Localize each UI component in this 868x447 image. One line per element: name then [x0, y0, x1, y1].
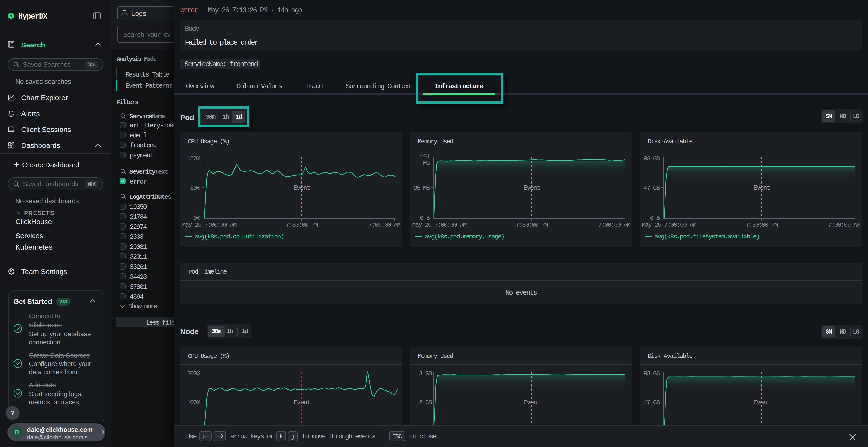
svg-text:2 GB: 2 GB — [419, 399, 432, 406]
svg-text:0 B: 0 B — [650, 215, 660, 222]
svg-text:7:00:00 AM: 7:00:00 AM — [598, 221, 630, 229]
svg-text:93 GB: 93 GB — [644, 370, 660, 377]
svg-text:200%: 200% — [187, 370, 200, 377]
svg-text:60%: 60% — [190, 184, 200, 192]
svg-text:3 GB: 3 GB — [419, 370, 432, 377]
svg-text:May 26 7:00:00 AM: May 26 7:00:00 AM — [182, 221, 236, 229]
svg-text:93 GB: 93 GB — [644, 155, 660, 162]
svg-text:0%: 0% — [193, 215, 200, 222]
svg-text:0 B: 0 B — [420, 215, 430, 222]
svg-text:Event: Event — [753, 399, 770, 406]
svg-text:95 MB: 95 MB — [413, 184, 430, 192]
svg-text:7:00:00 AM: 7:00:00 AM — [828, 221, 860, 229]
svg-text:191: 191 — [420, 153, 430, 161]
svg-text:Event: Event — [523, 184, 540, 192]
svg-text:7:30:00 PM: 7:30:00 PM — [516, 221, 548, 229]
svg-text:Event: Event — [523, 399, 540, 406]
svg-text:7:00:00 AM: 7:00:00 AM — [368, 221, 401, 229]
svg-text:MB: MB — [423, 160, 430, 167]
svg-text:avg(k8s.pod.filesystem.availab: avg(k8s.pod.filesystem.available) — [654, 233, 760, 240]
svg-text:7:30:00 PM: 7:30:00 PM — [746, 221, 778, 229]
svg-text:47 GB: 47 GB — [644, 184, 660, 192]
svg-text:Event: Event — [294, 399, 310, 406]
svg-text:100%: 100% — [187, 399, 200, 406]
svg-text:47 GB: 47 GB — [644, 399, 660, 406]
svg-text:May 26 7:00:00 AM: May 26 7:00:00 AM — [412, 221, 466, 229]
svg-text:Event: Event — [293, 184, 310, 192]
svg-text:avg(k8s.pod.cpu.utilization): avg(k8s.pod.cpu.utilization) — [194, 233, 284, 240]
svg-text:Event: Event — [753, 184, 770, 192]
svg-text:May 26 7:00:00 AM: May 26 7:00:00 AM — [642, 221, 696, 229]
svg-text:7:30:00 PM: 7:30:00 PM — [286, 221, 318, 229]
svg-text:avg(k8s.pod.memory.usage): avg(k8s.pod.memory.usage) — [425, 233, 504, 240]
svg-text:120%: 120% — [187, 155, 200, 162]
